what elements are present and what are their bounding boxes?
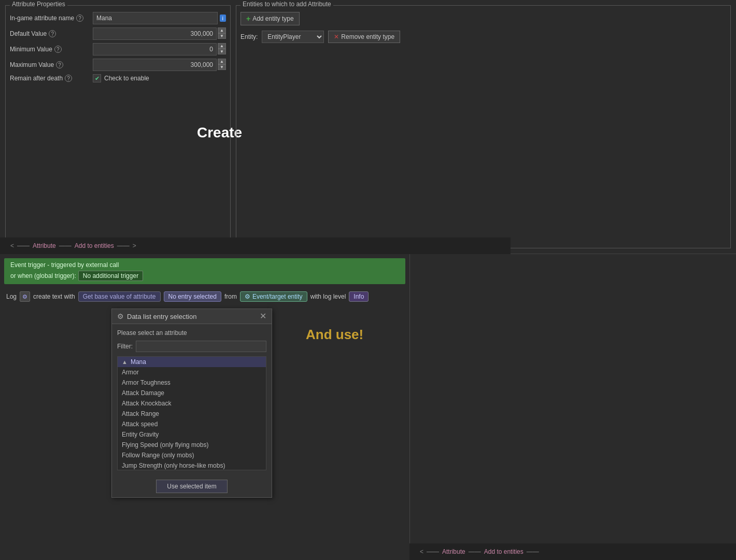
breadcrumb-sep2: ——: [59, 242, 72, 249]
log-level-text: with log level: [310, 293, 346, 300]
attribute-list: ▲ManaArmorArmor ToughnessAttack DamageAt…: [117, 356, 266, 470]
list-item[interactable]: Attack Knockback: [118, 398, 266, 409]
breadcrumb-br-sep1: ——: [427, 548, 439, 555]
remain-checkbox[interactable]: ✔: [93, 74, 101, 82]
trigger-badge[interactable]: No additional trigger: [78, 271, 143, 281]
breadcrumb-br-attribute[interactable]: Attribute: [442, 548, 465, 555]
list-item[interactable]: ▲Mana: [118, 357, 266, 367]
prop-row-name: In-game attribute name ? i: [10, 12, 226, 24]
prop-label-max: Maximum Value ?: [10, 61, 93, 68]
list-item-label: Entity Gravity: [122, 431, 159, 438]
prop-label-min: Minimum Value ?: [10, 46, 93, 53]
min-value-wrap: ▲ ▼: [93, 43, 226, 55]
trigger-row-2: or when (global trigger): No additional …: [10, 271, 399, 281]
max-value-down[interactable]: ▼: [218, 64, 226, 70]
log-from-text: from: [224, 293, 237, 300]
default-value-up[interactable]: ▲: [218, 27, 226, 33]
breadcrumb-add-to-entities[interactable]: Add to entities: [75, 242, 114, 249]
entity-label: Entity:: [240, 33, 258, 40]
list-item[interactable]: Follow Range (only mobs): [118, 450, 266, 460]
list-item-label: Mana: [131, 358, 146, 366]
log-row: Log ⚙ create text with Get base value of…: [0, 288, 409, 305]
list-item[interactable]: Jump Strength (only horse-like mobs): [118, 460, 266, 470]
list-item-label: Armor Toughness: [122, 379, 171, 386]
entity-type-select[interactable]: EntityPlayer: [262, 31, 324, 43]
log-create-text: create text with: [33, 293, 75, 300]
help-icon-max[interactable]: ?: [56, 61, 63, 68]
max-value-input[interactable]: [93, 59, 217, 71]
dialog-close-button[interactable]: ✕: [260, 312, 266, 320]
list-item-label: Armor: [122, 369, 139, 376]
breadcrumb-top: < —— Attribute —— Add to entities —— >: [0, 237, 511, 254]
plus-icon: +: [246, 15, 250, 23]
info-badge: i: [220, 15, 226, 22]
breadcrumb-br-add-to-entities[interactable]: Add to entities: [484, 548, 523, 555]
dialog-title: Data list entry selection: [127, 313, 196, 320]
list-item-label: Attack speed: [122, 421, 158, 428]
breadcrumb-attribute[interactable]: Attribute: [33, 242, 56, 249]
default-value-wrap: ▲ ▼: [93, 27, 226, 40]
list-item[interactable]: Attack Damage: [118, 388, 266, 398]
dialog-header: ⚙ Data list entry selection ✕: [112, 309, 272, 324]
and-use-text: And use!: [306, 327, 363, 343]
breadcrumb-arrow-right[interactable]: >: [133, 242, 136, 249]
name-input-wrap: i: [93, 12, 226, 24]
entities-panel-legend: Entities to which to add Attribute: [240, 1, 333, 8]
dialog-footer: Use selected item: [112, 475, 272, 497]
list-item[interactable]: Flying Speed (only flying mobs): [118, 440, 266, 450]
help-icon-name[interactable]: ?: [76, 15, 83, 22]
max-value-wrap: ▲ ▼: [93, 59, 226, 71]
min-value-input[interactable]: [93, 43, 217, 55]
breadcrumb-bottom-right: < —— Attribute —— Add to entities ——: [409, 543, 736, 560]
prop-row-default: Default Value ? ▲ ▼: [10, 27, 226, 40]
dialog-body: Please select an attribute Filter: ▲Mana…: [112, 324, 272, 475]
list-item[interactable]: Armor Toughness: [118, 377, 266, 388]
max-value-spinner: ▲ ▼: [218, 59, 226, 71]
prop-row-min: Minimum Value ? ▲ ▼: [10, 43, 226, 55]
min-value-spinner: ▲ ▼: [218, 43, 226, 55]
log-label: Log: [6, 293, 17, 300]
min-value-up[interactable]: ▲: [218, 43, 226, 49]
event-trigger-line2: or when (global trigger):: [10, 272, 76, 279]
log-entity-chip[interactable]: ⚙ Event/target entity: [240, 291, 307, 302]
list-item[interactable]: Attack Range: [118, 409, 266, 419]
list-item[interactable]: Armor: [118, 367, 266, 377]
dialog-title-wrap: ⚙ Data list entry selection: [117, 312, 196, 320]
entity-icon: ⚙: [245, 293, 250, 300]
log-info-chip[interactable]: Info: [349, 291, 369, 302]
log-get-base-chip[interactable]: Get base value of attribute: [78, 291, 161, 302]
default-value-input[interactable]: [93, 27, 217, 40]
add-entity-type-button[interactable]: + Add entity type: [240, 12, 300, 25]
data-list-dialog: ⚙ Data list entry selection ✕ Please sel…: [111, 309, 272, 498]
default-value-down[interactable]: ▼: [218, 33, 226, 39]
list-item-label: Jump Strength (only horse-like mobs): [122, 462, 225, 469]
breadcrumb-br-sep2: ——: [469, 548, 481, 555]
list-item-label: Flying Speed (only flying mobs): [122, 441, 208, 449]
list-item[interactable]: Attack speed: [118, 419, 266, 429]
list-item-label: Attack Damage: [122, 389, 164, 397]
max-value-up[interactable]: ▲: [218, 59, 226, 64]
entity-row: Entity: EntityPlayer ✕ Remove entity typ…: [240, 31, 726, 43]
use-selected-button[interactable]: Use selected item: [156, 480, 227, 493]
filter-row: Filter:: [117, 341, 266, 352]
prop-label-default: Default Value ?: [10, 30, 93, 37]
breadcrumb-arrow-left[interactable]: <: [10, 242, 14, 249]
log-settings-icon[interactable]: ⚙: [20, 291, 30, 302]
log-no-entry-chip[interactable]: No entry selected: [164, 291, 221, 302]
prop-label-remain: Remain after death ?: [10, 75, 93, 82]
min-value-down[interactable]: ▼: [218, 49, 226, 54]
list-item[interactable]: Entity Gravity: [118, 429, 266, 440]
help-icon-min[interactable]: ?: [54, 46, 62, 53]
breadcrumb-br-arrow-left[interactable]: <: [420, 548, 423, 555]
filter-input[interactable]: [136, 341, 266, 352]
dialog-icon: ⚙: [117, 312, 124, 320]
remove-entity-type-button[interactable]: ✕ Remove entity type: [328, 31, 400, 43]
help-icon-default[interactable]: ?: [49, 30, 56, 37]
entities-toolbar: + Add entity type: [240, 12, 726, 25]
list-item-label: Attack Range: [122, 410, 159, 417]
attribute-name-input[interactable]: [93, 12, 218, 24]
filter-label: Filter:: [117, 343, 133, 350]
breadcrumb-br-sep3: ——: [527, 548, 539, 555]
x-icon: ✕: [334, 33, 339, 40]
help-icon-remain[interactable]: ?: [65, 75, 72, 82]
